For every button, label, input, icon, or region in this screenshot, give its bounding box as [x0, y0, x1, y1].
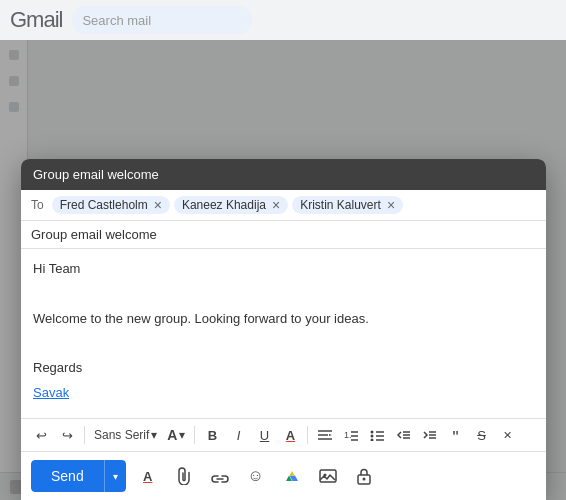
- toolbar-separator-2: [194, 426, 195, 444]
- font-size-selector[interactable]: A ▾: [163, 425, 189, 445]
- bullet-list-button[interactable]: [365, 423, 389, 447]
- remove-formatting-button[interactable]: ✕: [495, 423, 519, 447]
- photo-icon: [319, 468, 337, 484]
- lock-icon: [356, 467, 372, 485]
- message-area[interactable]: Hi Team Welcome to the new group. Lookin…: [21, 249, 546, 418]
- svg-point-22: [362, 478, 365, 481]
- link-icon: [211, 469, 229, 483]
- underline-button[interactable]: U: [252, 423, 276, 447]
- italic-button[interactable]: I: [226, 423, 250, 447]
- compose-body: To Fred Castleholm × Kaneez Khadija × Kr…: [21, 190, 546, 500]
- bold-button[interactable]: B: [200, 423, 224, 447]
- svg-point-7: [371, 431, 374, 434]
- message-line-4: [33, 334, 534, 355]
- undo-button[interactable]: ↩: [29, 423, 53, 447]
- align-icon: [318, 429, 332, 441]
- insert-link-button[interactable]: [206, 462, 234, 490]
- formatting-toolbar: ↩ ↪ Sans Serif ▾ A ▾ B I U A 1.: [21, 418, 546, 451]
- font-size-label: A: [167, 427, 177, 443]
- send-options-button[interactable]: ▾: [104, 460, 126, 492]
- send-button[interactable]: Send: [31, 460, 104, 492]
- indent-less-icon: [396, 429, 410, 441]
- format-text-button[interactable]: A: [134, 462, 162, 490]
- message-line-2: [33, 284, 534, 305]
- gmail-logo: Gmail: [10, 7, 62, 33]
- bullet-list-icon: [370, 429, 384, 441]
- attach-file-button[interactable]: [170, 462, 198, 490]
- font-family-selector[interactable]: Sans Serif ▾: [90, 426, 161, 444]
- remove-recipient-fred[interactable]: ×: [154, 198, 162, 212]
- paperclip-icon: [176, 467, 192, 485]
- confidential-button[interactable]: [350, 462, 378, 490]
- recipient-chip-kaneez[interactable]: Kaneez Khadija ×: [174, 196, 288, 214]
- to-label: To: [31, 198, 44, 212]
- svg-point-8: [371, 435, 374, 438]
- align-button[interactable]: [313, 423, 337, 447]
- svg-rect-19: [320, 470, 336, 482]
- redo-button[interactable]: ↪: [55, 423, 79, 447]
- remove-recipient-kaneez[interactable]: ×: [272, 198, 280, 212]
- toolbar-separator-1: [84, 426, 85, 444]
- message-line-3: Welcome to the new group. Looking forwar…: [33, 309, 534, 330]
- font-color-icon: A: [286, 428, 295, 443]
- toolbar-separator-3: [307, 426, 308, 444]
- font-size-chevron: ▾: [179, 428, 185, 442]
- recipient-name-kristin: Kristin Kaluvert: [300, 198, 381, 212]
- compose-header[interactable]: Group email welcome: [21, 159, 546, 190]
- insert-emoji-button[interactable]: ☺: [242, 462, 270, 490]
- font-color-button[interactable]: A: [278, 423, 302, 447]
- recipient-chip-fred[interactable]: Fred Castleholm ×: [52, 196, 170, 214]
- remove-recipient-kristin[interactable]: ×: [387, 198, 395, 212]
- search-placeholder: Search mail: [82, 13, 151, 28]
- numbered-list-icon: 1.: [344, 429, 358, 441]
- subject-text: Group email welcome: [31, 227, 157, 242]
- signature-link[interactable]: Savak: [33, 385, 69, 400]
- recipient-name-fred: Fred Castleholm: [60, 198, 148, 212]
- message-signature: Savak: [33, 383, 534, 404]
- indent-more-button[interactable]: [417, 423, 441, 447]
- search-bar[interactable]: Search mail: [72, 6, 252, 34]
- blockquote-button[interactable]: ": [443, 423, 467, 447]
- drive-icon: [284, 468, 300, 484]
- svg-text:1.: 1.: [344, 430, 352, 440]
- to-field: To Fred Castleholm × Kaneez Khadija × Kr…: [21, 190, 546, 221]
- font-family-label: Sans Serif: [94, 428, 149, 442]
- indent-more-icon: [422, 429, 436, 441]
- font-family-chevron: ▾: [151, 428, 157, 442]
- recipient-name-kaneez: Kaneez Khadija: [182, 198, 266, 212]
- send-toolbar: Send ▾ A ☺: [21, 451, 546, 500]
- svg-point-9: [371, 439, 374, 442]
- send-button-group: Send ▾: [31, 460, 126, 492]
- google-drive-button[interactable]: [278, 462, 306, 490]
- compose-title: Group email welcome: [33, 167, 159, 182]
- message-line-5: Regards: [33, 358, 534, 379]
- subject-field[interactable]: Group email welcome: [21, 221, 546, 249]
- indent-less-button[interactable]: [391, 423, 415, 447]
- message-line-1: Hi Team: [33, 259, 534, 280]
- strikethrough-button[interactable]: S: [469, 423, 493, 447]
- recipient-chip-kristin[interactable]: Kristin Kaluvert ×: [292, 196, 403, 214]
- gmail-header: Gmail Search mail: [0, 0, 566, 40]
- compose-window: Group email welcome To Fred Castleholm ×…: [21, 159, 546, 500]
- insert-photo-button[interactable]: [314, 462, 342, 490]
- numbered-list-button[interactable]: 1.: [339, 423, 363, 447]
